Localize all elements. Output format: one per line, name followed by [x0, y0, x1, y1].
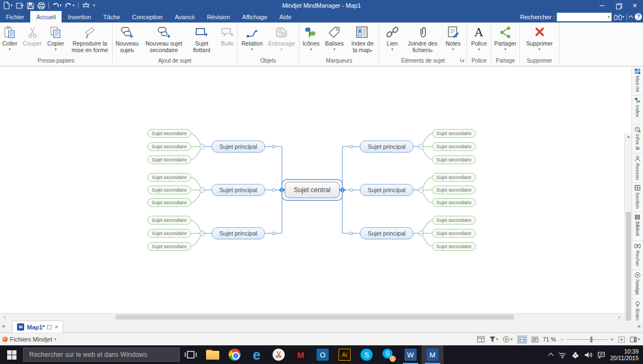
- show-hide-button[interactable]: [477, 336, 485, 343]
- lien-button[interactable]: Lien ▾: [383, 24, 402, 52]
- topic-secondary[interactable]: Sujet secondaire: [432, 186, 476, 194]
- index-de-la-map-button[interactable]: Index de la map▾: [347, 24, 378, 55]
- joindre-des-fichiers-button[interactable]: Joindre des fichiers▾: [403, 24, 442, 55]
- scroll-left-icon[interactable]: ‹: [1, 313, 8, 321]
- topic-secondary[interactable]: Sujet secondaire: [432, 198, 476, 207]
- undo-button[interactable]: ▾: [52, 2, 62, 9]
- balises-button[interactable]: Balises ▾: [323, 24, 346, 52]
- tray-expand-icon[interactable]: [548, 353, 554, 359]
- topic-secondary[interactable]: Sujet secondaire: [147, 173, 191, 182]
- clock[interactable]: 10:39 20/11/2015: [610, 348, 639, 361]
- topic-secondary[interactable]: Sujet secondaire: [147, 155, 191, 164]
- topic-secondary[interactable]: Sujet secondaire: [147, 186, 191, 194]
- tab-accueil[interactable]: Accueil: [30, 11, 62, 23]
- filter-button[interactable]: ▾: [489, 336, 498, 343]
- topic-secondary[interactable]: Sujet secondaire: [147, 129, 191, 138]
- file-explorer-button[interactable]: [202, 345, 224, 364]
- pane-tab-bibliotheque[interactable]: Biblioti: [632, 212, 643, 241]
- topic-secondary[interactable]: Sujet secondaire: [432, 216, 476, 225]
- mindjet-files-button[interactable]: Fichiers Mindjet ▾: [0, 336, 57, 343]
- zoom-slider[interactable]: [567, 339, 607, 340]
- topic-principal[interactable]: Sujet principal: [360, 184, 413, 196]
- zoom-out-button[interactable]: −: [561, 336, 564, 343]
- tab-fichier[interactable]: Fichier: [0, 11, 30, 23]
- tab-revision[interactable]: Révision: [201, 11, 236, 23]
- topic-secondary[interactable]: Sujet secondaire: [432, 173, 476, 182]
- topic-principal[interactable]: Sujet principal: [212, 227, 265, 239]
- police-button[interactable]: A Police ▾: [469, 24, 489, 52]
- coller-button[interactable]: Coller ▾: [0, 24, 19, 52]
- zoom-slider-handle[interactable]: [590, 337, 592, 343]
- reproduire-mise-en-forme-button[interactable]: Reproduire la mise en forme: [68, 24, 112, 54]
- doc-tabs-scroll-left-icon[interactable]: ◂: [2, 323, 4, 329]
- tab-avance[interactable]: Avancé: [169, 11, 201, 23]
- topic-secondary[interactable]: Sujet secondaire: [147, 216, 191, 225]
- collapse-ribbon-button[interactable]: [629, 15, 633, 20]
- mindjet-m-button[interactable]: M: [290, 345, 312, 364]
- task-view-button[interactable]: [180, 345, 202, 364]
- tab-tache[interactable]: Tâche: [97, 11, 126, 23]
- scroll-right-icon[interactable]: ›: [616, 313, 623, 321]
- redo-button[interactable]: ▾: [65, 2, 75, 9]
- pane-tab-index[interactable]: Index: [632, 96, 643, 125]
- nouveau-sujet-button[interactable]: Nouveau sujet▾: [113, 24, 142, 55]
- vertical-scrollbar-thumb[interactable]: [626, 212, 631, 330]
- volume-icon[interactable]: [584, 351, 592, 359]
- tab-affichage[interactable]: Affichage: [236, 11, 274, 23]
- topic-principal[interactable]: Sujet principal: [212, 184, 265, 196]
- close-button[interactable]: ×: [627, 0, 643, 11]
- topic-secondary[interactable]: Sujet secondaire: [432, 155, 476, 164]
- chrome-button[interactable]: [224, 345, 246, 364]
- print-button[interactable]: [37, 2, 45, 9]
- edge-button[interactable]: e: [246, 345, 268, 364]
- fit-map-button[interactable]: [517, 335, 527, 344]
- sujet-flottant-button[interactable]: Sujet flottant: [186, 24, 217, 54]
- outlook-button[interactable]: O: [312, 345, 334, 364]
- horizontal-scrollbar[interactable]: ‹ ›: [0, 313, 624, 321]
- minimize-button[interactable]: [594, 0, 610, 11]
- tray-app-icon[interactable]: [572, 351, 579, 359]
- icones-button[interactable]: Icônes ▾: [301, 24, 322, 52]
- save-button[interactable]: [27, 2, 34, 9]
- start-button[interactable]: [0, 345, 23, 364]
- word-button[interactable]: W: [400, 345, 422, 364]
- topic-central[interactable]: Sujet central: [285, 182, 340, 198]
- mindmanager-button[interactable]: M: [422, 345, 444, 364]
- document-tab-map1[interactable]: M Map1* ×: [12, 321, 63, 333]
- close-document-icon[interactable]: ×: [54, 324, 58, 330]
- illustrator-button[interactable]: Ai: [334, 345, 356, 364]
- open-map-button[interactable]: [16, 2, 24, 9]
- topic-principal[interactable]: Sujet principal: [360, 227, 413, 239]
- pane-layout-button[interactable]: ▾: [630, 337, 640, 343]
- notes-button[interactable]: Notes ▾: [444, 24, 463, 52]
- restore-button[interactable]: [610, 0, 627, 11]
- float-window-icon[interactable]: [47, 325, 52, 329]
- topic-secondary[interactable]: Sujet secondaire: [432, 129, 476, 138]
- relation-button[interactable]: Relation ▾: [240, 24, 265, 52]
- fit-page-button[interactable]: [618, 336, 625, 343]
- skype-business-button[interactable]: S1: [378, 345, 400, 364]
- pane-tab-sections[interactable]: Section: [632, 183, 643, 212]
- snipping-tool-button[interactable]: [268, 345, 290, 364]
- tab-conception[interactable]: Conception: [126, 11, 169, 23]
- dialog-launcher-icon[interactable]: [460, 55, 465, 65]
- topic-secondary[interactable]: Sujet secondaire: [432, 229, 476, 238]
- nouveau-sujet-secondaire-button[interactable]: Nouveau sujet secondaire: [143, 24, 185, 54]
- customize-qat-button[interactable]: ▾: [93, 3, 96, 8]
- sync-button[interactable]: ▾: [502, 335, 513, 343]
- topic-principal[interactable]: Sujet principal: [212, 141, 265, 153]
- search-box[interactable]: ▾: [557, 13, 612, 21]
- skype-button[interactable]: S: [356, 345, 378, 364]
- supprimer-button[interactable]: Supprimer ▾: [524, 24, 555, 52]
- copier-button[interactable]: Copier ▾: [45, 24, 66, 52]
- pane-tab-recherche[interactable]: Recher: [632, 241, 643, 270]
- topic-secondary[interactable]: Sujet secondaire: [432, 242, 476, 251]
- notifications-icon[interactable]: [597, 351, 605, 359]
- partager-button[interactable]: Partager ▾: [492, 24, 518, 52]
- topic-secondary[interactable]: Sujet secondaire: [147, 198, 191, 207]
- topic-secondary[interactable]: Sujet secondaire: [147, 142, 191, 151]
- taskbar-search-input[interactable]: [29, 351, 172, 359]
- help-button[interactable]: ?: [635, 13, 642, 20]
- topic-secondary[interactable]: Sujet secondaire: [147, 229, 191, 238]
- horizontal-scrollbar-thumb[interactable]: [115, 315, 514, 320]
